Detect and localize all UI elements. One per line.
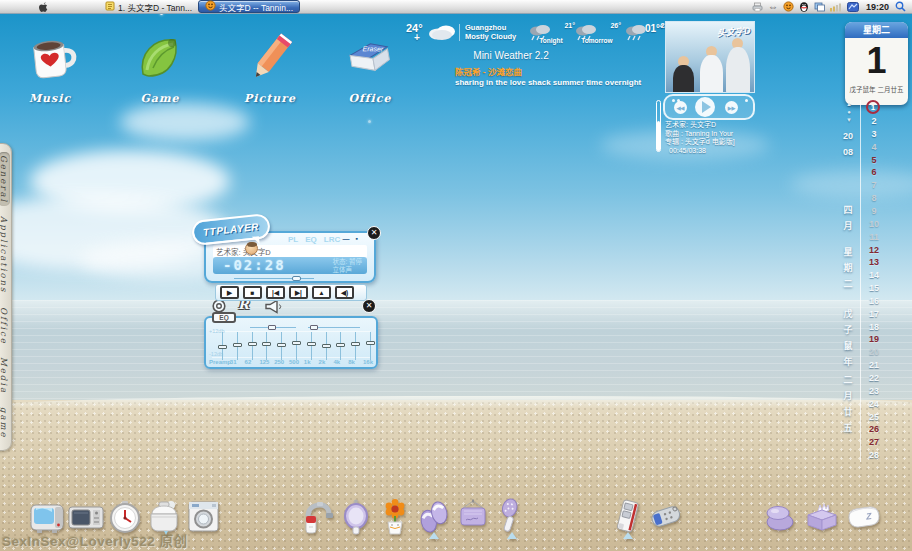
eq-band-slider[interactable]	[366, 332, 376, 360]
eq-band-handle[interactable]	[351, 342, 360, 346]
eq-band-slider[interactable]	[322, 332, 332, 360]
taskbar-item[interactable]: 头文字D -- Tannin...	[198, 0, 300, 13]
calendar-day[interactable]: 27	[862, 437, 886, 447]
eq-balance-slider[interactable]	[250, 327, 296, 328]
shade-button[interactable]: ▪	[356, 235, 358, 242]
dock-tissue-box[interactable]	[803, 498, 841, 540]
eq-band-handle[interactable]	[248, 342, 257, 346]
tt-stop-button[interactable]: ■	[243, 286, 262, 299]
eq-band-slider[interactable]	[336, 332, 346, 360]
eq-band-handle[interactable]	[218, 345, 227, 349]
desktop-icon-picture[interactable]: Picture	[228, 30, 312, 105]
equalizer-window[interactable]: EQ +12db -12db Preamp31621252505001k2k4k…	[204, 316, 378, 369]
volume-progress-bar[interactable]	[656, 100, 661, 152]
calendar-day[interactable]: 28	[862, 450, 886, 460]
printer-icon[interactable]	[752, 1, 763, 13]
calendar-day[interactable]: 9	[862, 206, 886, 216]
smiley-icon[interactable]	[783, 1, 794, 13]
calendar-prev-arrow[interactable]: ▲	[843, 100, 855, 108]
drawer-tab-applications[interactable]: Applications	[0, 213, 10, 296]
drawer-tab-media[interactable]: Media	[0, 354, 10, 397]
eq-band-slider[interactable]	[262, 332, 272, 360]
calendar-day[interactable]: 18	[862, 322, 886, 332]
dock-keyfob[interactable]	[647, 498, 685, 540]
eq-band-handle[interactable]	[262, 342, 271, 346]
calendar-day[interactable]: 25	[862, 412, 886, 422]
calendar-day[interactable]: 16	[862, 296, 886, 306]
dock-washing-machine[interactable]	[184, 498, 222, 540]
play-button[interactable]	[695, 97, 715, 117]
tt-play-button[interactable]: ▶	[220, 286, 239, 299]
minimize-button[interactable]: —	[343, 235, 350, 242]
tt-next-button[interactable]: ▶|	[289, 286, 308, 299]
calendar-day[interactable]: 10	[862, 219, 886, 229]
drawer-tab-general[interactable]: General	[0, 152, 10, 206]
eq-band-handle[interactable]	[233, 343, 242, 347]
dock-brush[interactable]	[493, 498, 531, 540]
calendar-day[interactable]: 8	[862, 193, 886, 203]
ttplayer-close-button[interactable]: ✕	[367, 226, 381, 240]
eq-band-slider[interactable]	[233, 332, 243, 360]
calendar-day[interactable]: 19	[862, 334, 886, 344]
dock-towel[interactable]	[454, 498, 492, 540]
next-track-button[interactable]: ▶▶	[725, 101, 738, 114]
desktop-icon-office[interactable]: EraserOffice	[328, 30, 412, 105]
eq-band-handle[interactable]	[307, 342, 316, 346]
eq-band-slider[interactable]	[351, 332, 361, 360]
desktop-icon-game[interactable]: Game	[118, 30, 202, 105]
drawer-tab-game[interactable]: game	[0, 404, 10, 442]
calendar-day[interactable]: 24	[862, 399, 886, 409]
taskbar-item[interactable]: 1. 头文字D - Tann...	[99, 0, 198, 13]
calendar-day[interactable]: 6	[862, 167, 886, 177]
calendar-day[interactable]: 4	[862, 142, 886, 152]
dock-soap[interactable]	[761, 498, 799, 540]
drawer-tab-office[interactable]: Office	[0, 304, 10, 348]
calendar-day[interactable]: 21	[862, 360, 886, 370]
calendar-day[interactable]: 22	[862, 373, 886, 383]
dock-clock[interactable]	[106, 498, 144, 540]
apple-menu-icon[interactable]	[38, 1, 49, 13]
eq-band-handle[interactable]	[366, 341, 375, 345]
eq-band-slider[interactable]	[218, 332, 228, 360]
calendar-day[interactable]: 11	[862, 232, 886, 242]
calendar-day[interactable]: 14	[862, 270, 886, 280]
equalizer-close-button[interactable]: ✕	[362, 299, 376, 313]
tt-eject-button[interactable]: ▲	[312, 286, 331, 299]
dock-phone[interactable]	[609, 498, 647, 540]
equalizer-tab[interactable]: EQ	[212, 312, 236, 323]
ttplayer-menu-pl[interactable]: PL	[288, 235, 298, 244]
record-icon[interactable]	[212, 299, 226, 313]
calendar-day[interactable]: 17	[862, 309, 886, 319]
calendar-day[interactable]: 3	[862, 129, 886, 139]
signal-icon[interactable]	[830, 1, 842, 13]
calendar-next-arrow[interactable]: ▼	[843, 116, 855, 124]
eq-band-handle[interactable]	[336, 343, 345, 347]
dock-mirror[interactable]	[337, 498, 375, 540]
ttplayer-seek-slider[interactable]	[234, 278, 314, 279]
eq-band-slider[interactable]	[248, 332, 258, 360]
calendar-day[interactable]: 26	[862, 424, 886, 434]
ttplayer-menu-eq[interactable]: EQ	[305, 235, 317, 244]
previous-track-button[interactable]: ◀◀	[674, 101, 687, 114]
slider-handle[interactable]	[268, 325, 276, 330]
calendar-day[interactable]: 5	[862, 155, 886, 165]
qq-icon[interactable]	[799, 1, 809, 13]
dock-rice-cooker[interactable]	[145, 498, 183, 540]
calendar-today-dot[interactable]: ●	[843, 108, 855, 116]
calendar-day[interactable]: 12	[862, 245, 886, 255]
dock-tv[interactable]	[28, 498, 66, 540]
slider-handle[interactable]	[310, 325, 318, 330]
eq-fade-slider[interactable]	[308, 327, 360, 328]
tt-volume-button[interactable]: ◀)	[335, 286, 354, 299]
spotlight-search-icon[interactable]	[895, 1, 906, 12]
eq-band-slider[interactable]	[277, 332, 287, 360]
megaphone-icon[interactable]	[264, 299, 283, 314]
dock-faucet[interactable]	[298, 498, 336, 540]
calendar-day[interactable]: 2	[862, 116, 886, 126]
eq-band-slider[interactable]	[307, 332, 317, 360]
seek-handle[interactable]	[292, 276, 301, 281]
dock-flower[interactable]	[376, 498, 414, 540]
network-icon[interactable]	[847, 1, 859, 13]
eq-band-slider[interactable]	[292, 332, 302, 360]
album-art[interactable]: 头文字D	[665, 21, 755, 93]
